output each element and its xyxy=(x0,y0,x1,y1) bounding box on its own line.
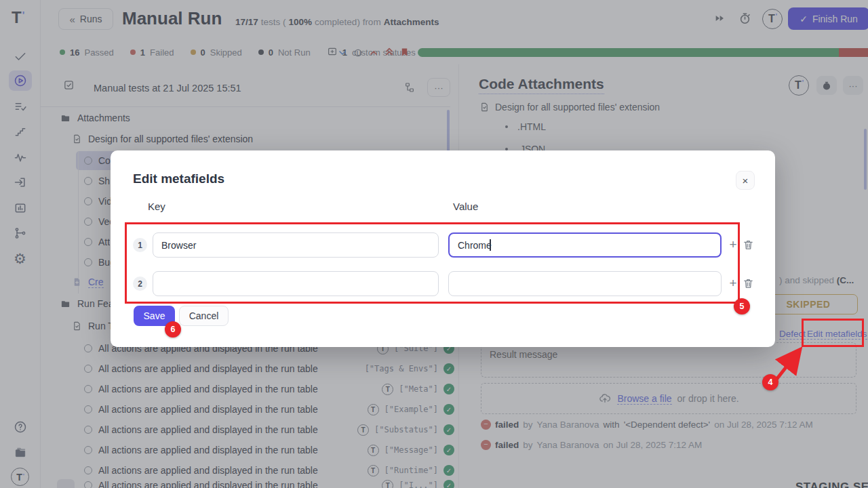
annotation-step-4: 4 xyxy=(762,374,778,390)
delete-row-icon[interactable] xyxy=(743,277,754,289)
modal-title: Edit metafields xyxy=(133,171,224,186)
annotation-rect-edit-metafields xyxy=(802,319,864,347)
annotation-step-5: 5 xyxy=(734,298,750,314)
annotation-step-6: 6 xyxy=(165,321,181,338)
annotation-rect-rows xyxy=(125,222,740,304)
app-window: T' ⚙ T' « Runs Manual Run 17/17 tests ( … xyxy=(0,0,868,488)
close-icon[interactable]: × xyxy=(736,171,755,190)
cancel-button[interactable]: Cancel xyxy=(179,306,229,326)
delete-row-icon[interactable] xyxy=(743,239,754,251)
key-column-header: Key xyxy=(148,201,165,212)
value-column-header: Value xyxy=(453,201,478,212)
